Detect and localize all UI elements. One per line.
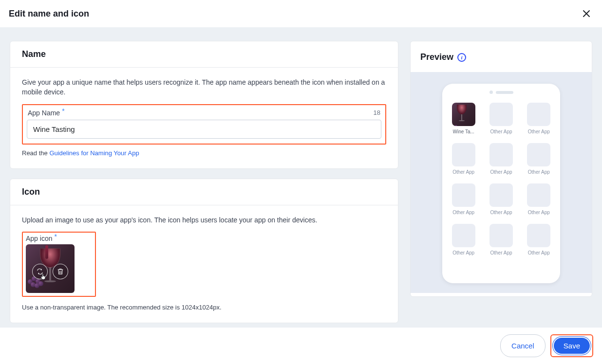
preview-app-icon (452, 103, 475, 126)
info-icon[interactable]: i (457, 53, 466, 62)
app-icon-label: App icon* (26, 235, 92, 242)
icon-heading: Icon (22, 187, 386, 197)
close-button[interactable] (580, 7, 593, 20)
char-count: 18 (374, 109, 380, 116)
phone-speaker (449, 91, 553, 94)
name-hint: Read the Guidelines for Naming Your App (22, 149, 386, 157)
icon-description: Upload an image to use as your app's ico… (22, 215, 386, 225)
icon-action-row (26, 264, 75, 279)
app-grid: Wine Ta... Other App Other App Other App… (449, 103, 553, 255)
preview-panel: Preview i (410, 41, 592, 297)
cancel-button[interactable]: Cancel (500, 334, 546, 357)
name-panel-header: Name (10, 41, 398, 68)
close-icon (583, 10, 590, 18)
save-button[interactable]: Save (552, 336, 591, 355)
name-heading: Name (22, 49, 386, 59)
app-icon-thumbnail[interactable] (26, 244, 75, 293)
icon-panel: Icon Upload an image to use as your app'… (10, 179, 398, 323)
preview-app-other: Other App (525, 103, 553, 134)
preview-header: Preview i (411, 41, 592, 72)
preview-app-other: Other App (449, 143, 478, 175)
app-icon-highlight: App icon* (22, 232, 96, 297)
preview-app-primary: Wine Ta... (449, 103, 478, 134)
cursor-hand-icon (39, 273, 47, 281)
required-star-icon: * (54, 233, 56, 240)
preview-app-other: Other App (487, 103, 515, 134)
dialog-body: Name Give your app a unique name that he… (0, 27, 602, 333)
preview-app-other: Other App (487, 183, 515, 215)
save-highlight: Save (550, 334, 593, 357)
preview-app-other: Other App (525, 224, 553, 255)
required-star-icon: * (62, 107, 64, 115)
dialog-title: Edit name and icon (9, 9, 89, 19)
app-name-input[interactable] (27, 120, 381, 139)
preview-heading: Preview (420, 52, 453, 62)
preview-app-other: Other App (525, 183, 553, 215)
app-name-highlight: App Name* 18 (22, 104, 386, 145)
dialog-footer: Cancel Save (0, 327, 602, 364)
trash-icon (56, 268, 64, 275)
icon-hint: Use a non-transparent image. The recomme… (22, 304, 386, 311)
app-name-label: App Name* (28, 109, 65, 117)
name-description: Give your app a unique name that helps u… (22, 77, 386, 97)
delete-icon-button[interactable] (53, 264, 68, 279)
preview-app-other: Other App (449, 224, 478, 255)
preview-app-label: Wine Ta... (453, 129, 474, 134)
icon-panel-header: Icon (10, 179, 398, 205)
preview-column: Preview i (410, 41, 592, 319)
name-panel-body: Give your app a unique name that helps u… (10, 68, 398, 168)
phone-mockup: Wine Ta... Other App Other App Other App… (442, 84, 560, 283)
replace-icon-button[interactable] (32, 264, 48, 279)
icon-panel-body: Upload an image to use as your app's ico… (10, 205, 398, 323)
preview-app-other: Other App (449, 183, 478, 215)
preview-body: Wine Ta... Other App Other App Other App… (411, 72, 592, 293)
left-column: Name Give your app a unique name that he… (10, 41, 398, 319)
dialog-header: Edit name and icon (0, 0, 602, 27)
preview-app-other: Other App (487, 224, 515, 255)
preview-app-other: Other App (487, 143, 515, 175)
name-panel: Name Give your app a unique name that he… (10, 41, 398, 169)
preview-app-other: Other App (525, 143, 553, 175)
naming-guidelines-link[interactable]: Guidelines for Naming Your App (49, 149, 139, 157)
